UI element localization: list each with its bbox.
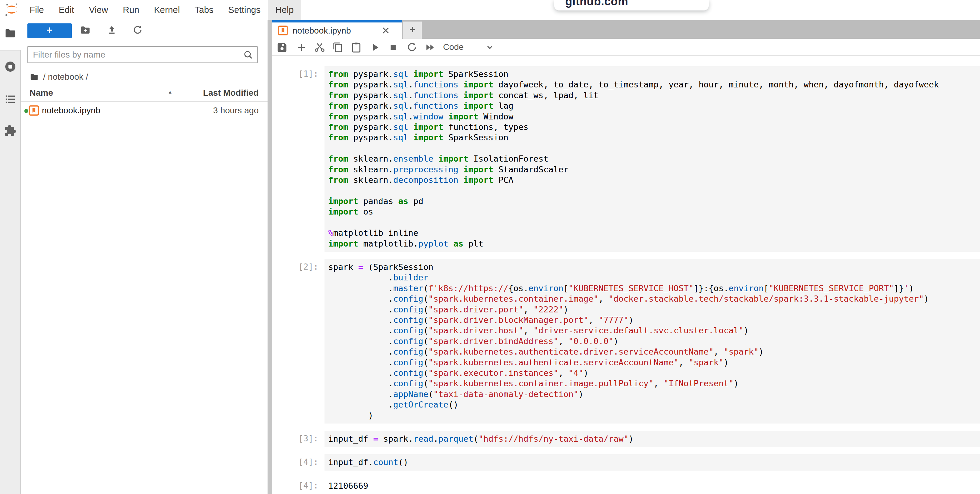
menu-run[interactable]: Run [115,0,146,20]
panel-splitter[interactable] [267,20,272,494]
file-modified: 3 hours ago [213,106,259,116]
code-line: input_df.count() [328,457,980,467]
code-line [328,217,980,228]
sidebar-tab-file-browser[interactable] [4,27,17,40]
file-list-header: Name ▲ Last Modified [21,84,267,102]
code-cell: [3]:input_df = spark.read.parquet("hdfs:… [272,431,980,447]
code-editor[interactable]: input_df.count() [325,454,980,470]
code-line: %matplotlib inline [328,228,980,238]
sidebar-tab-extensions[interactable] [4,124,17,137]
code-line: from pyspark.sql.functions import dayofw… [328,79,980,90]
jupyterlab-window: FileEditViewRunKernelTabsSettingsHelp gi… [0,0,980,494]
folder-icon [30,72,39,81]
breadcrumb[interactable]: / notebook / [30,69,88,85]
tab-title: notebook.ipynb [293,26,351,36]
code-line: .config("spark.driver.bindAddress", "0.0… [328,336,980,346]
code-line [328,143,980,154]
plus-icon [45,25,54,36]
cut-button[interactable] [314,41,325,53]
menu-kernel[interactable]: Kernel [146,0,187,20]
save-icon [276,49,288,54]
filter-files-input[interactable] [28,47,257,62]
code-line: .config("spark.driver.port", "2222") [328,304,980,315]
menu-help[interactable]: Help [268,0,301,20]
code-cell: [2]:spark = (SparkSession .builder .mast… [272,259,980,424]
sort-ascending-icon[interactable]: ▲ [168,89,172,94]
table-of-contents-icon [4,101,17,106]
execution-prompt: [2]: [272,262,318,272]
file-browser-panel: / notebook / Name ▲ Last Modified notebo… [21,20,267,494]
save-button[interactable] [276,41,288,53]
cell-type-dropdown[interactable]: Code [443,42,464,52]
column-name-header[interactable]: Name [30,88,53,98]
run-icon [369,49,381,54]
add-cell-button[interactable] [296,41,307,53]
column-modified-header[interactable]: Last Modified [203,88,259,98]
tab-notebook[interactable]: notebook.ipynb [272,20,402,39]
refresh-button[interactable] [130,24,145,38]
chevron-down-icon[interactable] [485,42,495,52]
search-icon [243,49,254,60]
stop-icon [387,49,399,54]
code-editor[interactable]: from pyspark.sql import SparkSessionfrom… [325,66,980,252]
upload-button[interactable] [104,24,119,38]
restart-icon [406,49,418,54]
copy-button[interactable] [332,41,344,53]
code-line: from sklearn.preprocessing import Standa… [328,164,980,175]
breadcrumb-path: / notebook / [43,72,88,82]
menu-items: FileEditViewRunKernelTabsSettingsHelp [22,0,301,20]
menu-file[interactable]: File [22,0,51,20]
browser-popup: github.com [554,0,709,11]
file-row[interactable]: notebook.ipynb3 hours ago [21,102,267,119]
column-divider [183,84,183,102]
new-tab-button[interactable] [403,22,422,39]
code-line: .config("spark.executor.instances", "4") [328,368,980,378]
code-cell: [1]:from pyspark.sql import SparkSession… [272,66,980,252]
popup-domain-text: github.com [565,0,628,8]
code-line: from sklearn.decomposition import PCA [328,175,980,185]
refresh-icon [132,25,143,37]
code-line: from pyspark.sql.functions import lag [328,101,980,111]
paste-icon [350,49,362,54]
fast-forward-button[interactable] [424,41,436,53]
sidebar-tab-running-kernels[interactable] [4,60,17,73]
code-line: .config("spark.kubernetes.container.imag… [328,294,980,304]
menu-settings[interactable]: Settings [221,0,268,20]
file-browser-icon [4,35,17,41]
output-prompt: [4]: [272,481,318,490]
execution-prompt: [4]: [272,457,318,467]
new-folder-button[interactable] [78,24,93,38]
code-editor[interactable]: spark = (SparkSession .builder .master(f… [325,259,980,424]
code-line: .config("spark.kubernetes.authenticate.s… [328,357,980,368]
run-button[interactable] [369,41,381,53]
stop-button[interactable] [387,41,399,53]
cut-icon [314,49,325,54]
menu-bar: FileEditViewRunKernelTabsSettingsHelp [0,0,980,20]
code-line: .config("spark.driver.blockManager.port"… [328,315,980,325]
notebook-toolbar: Code [272,39,980,56]
notebook-icon [278,25,288,36]
code-line: from pyspark.sql.functions import concat… [328,90,980,101]
code-line: import matplotlib.pyplot as plt [328,238,980,249]
output-cell: [4]:12106669 [272,478,980,494]
code-editor[interactable]: input_df = spark.read.parquet("hdfs://hd… [325,431,980,447]
code-line: from pyspark.sql import SparkSession [328,132,980,143]
new-launcher-button[interactable] [27,24,72,38]
sidebar-tab-table-of-contents[interactable] [4,93,17,106]
jupyter-logo-icon [4,2,19,17]
menu-tabs[interactable]: Tabs [187,0,221,20]
code-line: input_df = spark.read.parquet("hdfs://hd… [328,434,980,444]
close-icon[interactable] [380,25,391,36]
main-area: notebook.ipynb Code [1]:from pyspark.sql… [272,20,980,494]
restart-button[interactable] [406,41,418,53]
notebook-content: [1]:from pyspark.sql import SparkSession… [272,57,980,494]
add-cell-icon [296,49,307,54]
menu-edit[interactable]: Edit [51,0,81,20]
code-line: ) [328,410,980,421]
code-line: 12106669 [328,481,980,491]
file-name: notebook.ipynb [42,106,100,116]
code-line: import os [328,206,980,217]
paste-button[interactable] [350,41,362,53]
menu-view[interactable]: View [81,0,115,20]
extensions-icon [4,133,17,138]
